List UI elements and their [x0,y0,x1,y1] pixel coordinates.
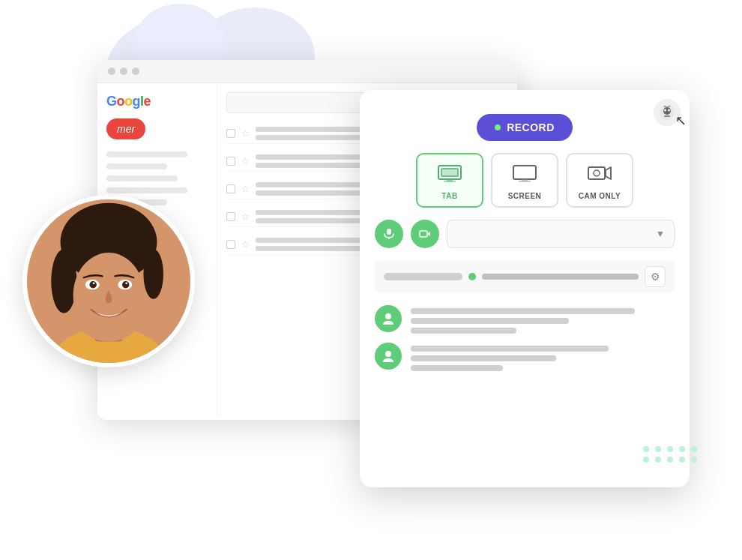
chevron-down-icon: ▼ [656,229,665,239]
active-tab-dot [468,273,476,280]
user-avatar-1 [375,305,402,332]
svg-rect-34 [387,229,391,235]
user-2-lines [411,343,675,371]
person-photo [22,195,195,367]
checkbox-1[interactable] [226,129,235,138]
screen-mode-icon [513,163,537,187]
checkbox-2[interactable] [226,157,235,166]
record-button[interactable]: RECORD [477,114,573,141]
svg-point-17 [664,109,666,112]
compose-label: mer [117,123,135,135]
screen-mode-label: SCREEN [508,192,542,200]
user-row-1 [375,305,675,334]
google-logo: Google [106,94,208,109]
user-row-2 [375,343,675,371]
tab-mode-label: TAB [441,192,457,200]
nav-line-2 [106,163,167,169]
browser-dot-3 [132,67,139,75]
svg-point-10 [89,281,96,288]
svg-point-39 [385,313,391,319]
browser-dot-2 [120,67,127,75]
mode-cam-only[interactable]: CAM ONLY [566,153,633,208]
svg-point-18 [668,109,670,112]
star-3[interactable]: ☆ [241,184,250,194]
camera-button[interactable] [411,220,439,248]
nav-line-4 [106,187,187,193]
record-label: RECORD [507,121,555,133]
nav-line-1 [106,151,187,157]
mode-tab[interactable]: TAB [416,153,483,208]
device-dropdown[interactable]: ▼ [447,220,675,248]
svg-rect-27 [444,181,456,182]
checkbox-3[interactable] [226,184,235,193]
svg-rect-28 [513,166,536,179]
nav-line-3 [106,175,178,181]
browser-titlebar [97,60,517,83]
svg-marker-38 [428,232,430,236]
recording-mode-options: TAB SCREEN [375,153,675,208]
popup-panel: ↖ RECORD T [360,90,690,487]
decorative-dots [643,446,699,463]
star-1[interactable]: ☆ [241,128,250,139]
settings-button[interactable]: ⚙ [645,266,666,287]
star-5[interactable]: ☆ [241,239,250,250]
cursor-icon: ↖ [675,112,687,129]
user-avatar-2 [375,343,402,370]
svg-point-6 [143,249,163,298]
svg-point-12 [93,282,95,284]
svg-point-40 [385,351,391,357]
record-indicator [495,124,501,130]
tab-bar-section: ⚙ [375,260,675,293]
svg-rect-30 [519,181,531,182]
microphone-button[interactable] [375,220,403,248]
svg-rect-20 [666,106,669,108]
mode-screen[interactable]: SCREEN [491,153,558,208]
svg-marker-32 [606,167,611,179]
cam-only-mode-label: CAM ONLY [579,192,621,200]
tab-indicator-1 [384,273,462,280]
star-2[interactable]: ☆ [241,156,250,166]
star-4[interactable]: ☆ [241,211,250,222]
svg-point-5 [51,249,76,313]
svg-rect-19 [664,115,670,117]
svg-point-11 [122,281,129,288]
user-1-lines [411,305,675,334]
browser-dot-1 [108,67,115,75]
cam-only-mode-icon [588,163,612,187]
scene: Google mer ☆ [0,0,742,560]
svg-rect-24 [441,169,458,176]
av-controls: ▼ [375,220,675,248]
checkbox-5[interactable] [226,240,235,249]
checkbox-4[interactable] [226,212,235,221]
tab-line [482,274,639,280]
tab-mode-icon [438,163,462,187]
svg-point-33 [594,170,600,176]
compose-button[interactable]: mer [106,118,145,139]
bot-area: ↖ [654,99,681,126]
svg-point-13 [125,282,127,284]
svg-rect-31 [588,167,605,179]
user-list [375,305,675,371]
gear-icon: ⚙ [651,271,660,283]
